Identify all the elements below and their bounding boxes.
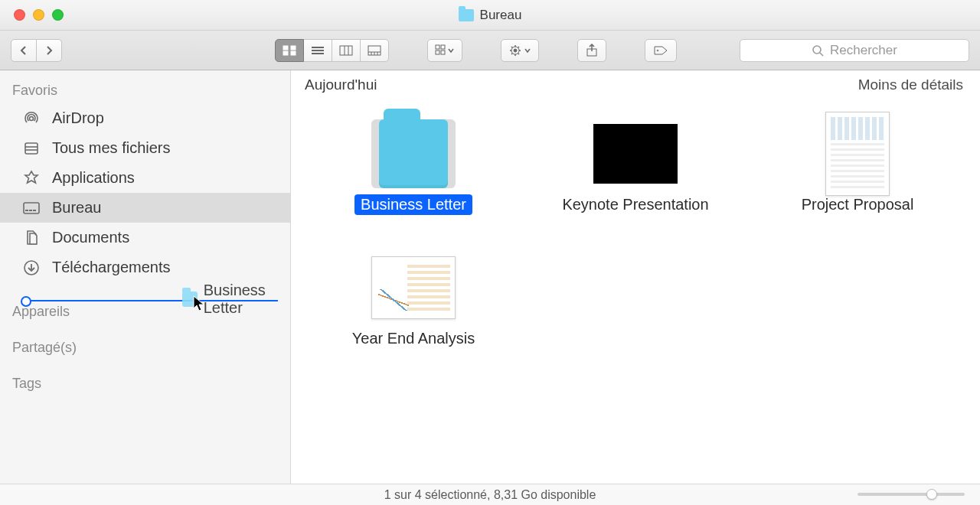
file-item-year-end-analysis[interactable]: Year End Analysis (346, 253, 481, 349)
toolbar: Rechercher (0, 31, 980, 70)
content-area: Aujourd'hui Moins de détails Business Le… (291, 70, 980, 484)
sidebar-item-airdrop[interactable]: AirDrop (0, 103, 290, 133)
sidebar-item-allfiles[interactable]: Tous mes fichiers (0, 133, 290, 163)
view-icons-button[interactable] (275, 39, 304, 62)
file-name: Keynote Presentation (556, 194, 714, 215)
applications-icon (21, 170, 41, 187)
sidebar-item-label: Téléchargements (52, 259, 171, 276)
zoom-slider[interactable] (858, 489, 965, 500)
folder-icon (371, 119, 456, 188)
arrange-dropdown[interactable] (427, 39, 462, 62)
svg-point-30 (657, 49, 659, 51)
svg-rect-39 (29, 210, 32, 211)
main-split: Favoris AirDrop Tous mes fichiers Applic… (0, 70, 980, 484)
close-window-button[interactable] (14, 9, 25, 21)
status-text: 1 sur 4 sélectionné, 8,31 Go disponible (384, 488, 596, 502)
tags-button[interactable] (645, 39, 677, 62)
svg-rect-3 (291, 51, 296, 55)
svg-point-20 (514, 49, 517, 52)
sidebar-item-desktop[interactable]: Bureau (0, 193, 290, 223)
view-list-button[interactable] (304, 39, 332, 62)
file-name: Project Proposal (795, 194, 920, 215)
search-input[interactable]: Rechercher (740, 39, 969, 62)
svg-rect-15 (436, 45, 439, 49)
desktop-icon (21, 200, 41, 217)
svg-point-31 (813, 46, 821, 54)
status-bar: 1 sur 4 sélectionné, 8,31 Go disponible (0, 484, 980, 505)
detail-toggle[interactable]: Moins de détails (858, 77, 963, 93)
forward-button[interactable] (37, 39, 62, 62)
search-icon (812, 44, 824, 57)
svg-line-26 (518, 53, 520, 54)
title-bar: Bureau (0, 0, 980, 31)
view-mode-group (275, 39, 389, 62)
file-item-business-letter[interactable]: Business Letter (354, 119, 472, 215)
svg-line-32 (820, 53, 823, 56)
svg-rect-7 (340, 46, 352, 55)
sidebar-favorites-header: Favoris (0, 78, 290, 103)
svg-rect-17 (436, 50, 439, 54)
sidebar: Favoris AirDrop Tous mes fichiers Applic… (0, 70, 291, 484)
view-columns-button[interactable] (332, 39, 361, 62)
documents-icon (21, 230, 41, 246)
folder-icon (459, 9, 474, 21)
all-files-icon (21, 140, 41, 157)
window-title-text: Bureau (480, 8, 522, 23)
minimize-window-button[interactable] (33, 9, 44, 21)
svg-rect-40 (33, 210, 36, 211)
svg-rect-0 (283, 46, 288, 50)
view-gallery-button[interactable] (361, 39, 389, 62)
sidebar-item-label: Bureau (52, 199, 102, 217)
sidebar-item-label: Documents (52, 229, 129, 246)
zoom-track (858, 493, 965, 496)
sidebar-item-label: Tous mes fichiers (52, 139, 171, 157)
svg-line-25 (511, 47, 513, 48)
document-thumbnail-icon (815, 119, 900, 188)
svg-rect-34 (25, 143, 38, 154)
zoom-thumb[interactable] (926, 489, 937, 500)
sidebar-item-applications[interactable]: Applications (0, 163, 290, 193)
file-item-project-proposal[interactable]: Project Proposal (795, 119, 920, 215)
drag-ghost-label: Business Letter (204, 282, 290, 317)
svg-rect-38 (25, 210, 28, 211)
action-dropdown[interactable] (501, 39, 539, 62)
sidebar-tags-header: Tags (0, 371, 290, 396)
svg-rect-1 (291, 46, 296, 50)
sidebar-item-documents[interactable]: Documents (0, 223, 290, 252)
airdrop-icon (21, 110, 41, 127)
file-name: Year End Analysis (346, 328, 481, 349)
content-header: Aujourd'hui Moins de détails (291, 70, 980, 96)
back-button[interactable] (11, 39, 37, 62)
section-header: Aujourd'hui (305, 77, 377, 93)
sidebar-item-label: AirDrop (52, 109, 104, 127)
window-title: Bureau (459, 8, 522, 23)
file-name: Business Letter (354, 194, 472, 215)
svg-rect-16 (441, 45, 445, 49)
svg-rect-2 (283, 51, 288, 55)
sidebar-item-downloads[interactable]: Téléchargements (0, 252, 290, 282)
downloads-icon (21, 259, 41, 276)
fullscreen-window-button[interactable] (52, 9, 64, 21)
file-item-keynote[interactable]: Keynote Presentation (556, 119, 714, 215)
svg-rect-37 (24, 203, 39, 213)
share-button[interactable] (577, 39, 606, 62)
sidebar-shared-header: Partagé(s) (0, 335, 290, 360)
search-placeholder: Rechercher (830, 43, 897, 58)
file-grid: Business Letter Keynote Presentation Pro… (291, 96, 980, 372)
keynote-thumbnail-icon (593, 119, 678, 188)
nav-buttons (11, 39, 62, 62)
sidebar-item-label: Applications (52, 169, 135, 187)
svg-line-28 (518, 47, 520, 48)
svg-point-33 (30, 116, 34, 120)
window-controls (14, 9, 64, 21)
svg-rect-18 (441, 50, 445, 54)
svg-line-27 (511, 53, 513, 54)
spreadsheet-thumbnail-icon (371, 253, 456, 322)
